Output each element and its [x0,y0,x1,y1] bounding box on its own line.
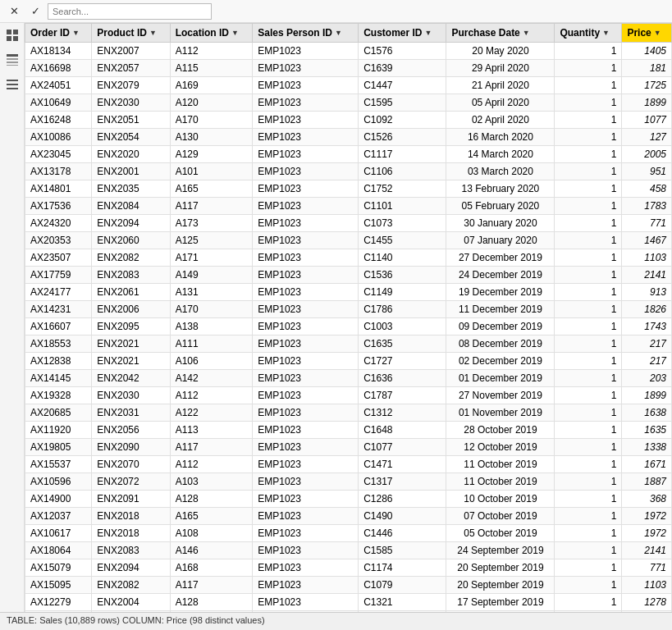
cell-quantity: 1 [555,353,622,370]
cell-price: 771 [622,215,672,232]
cell-price: 1725 [622,77,672,94]
cell-location_id: A117 [170,439,253,456]
cell-customer_id: C1079 [359,577,446,594]
cell-product_id: ENX2020 [92,146,170,163]
cell-location_id: A149 [170,267,253,284]
cell-location_id: A131 [170,284,253,301]
cell-price: 2141 [622,267,672,284]
cell-product_id: ENX2006 [92,301,170,318]
cell-purchase_date: 05 February 2020 [446,198,555,215]
svg-rect-4 [7,54,18,57]
cell-sales_person_id: EMP1023 [253,318,359,336]
cell-sales_person_id: EMP1023 [253,525,359,542]
cell-quantity: 1 [555,525,622,542]
sort-icon: ▼ [424,29,432,37]
cell-customer_id: C1471 [359,456,446,473]
cell-product_id: ENX2095 [92,318,170,336]
cell-location_id: A111 [170,336,253,353]
cell-sales_person_id: EMP1023 [253,267,359,284]
cell-quantity: 1 [555,94,622,112]
grid-icon[interactable] [3,26,21,44]
cell-quantity: 1 [555,422,622,439]
cell-order_id: AX10649 [25,94,92,112]
cell-location_id: A122 [170,404,253,422]
data-table-container[interactable]: Order ID▼Product ID▼Location ID▼Sales Pe… [25,23,672,612]
close-icon[interactable]: ✕ [5,2,23,21]
cell-product_id: ENX2094 [92,215,170,232]
cell-order_id: AX14231 [25,301,92,318]
col-header-order_id[interactable]: Order ID▼ [25,24,92,43]
cell-location_id: A112 [170,43,253,60]
cell-price: 1405 [622,43,672,60]
cell-order_id: AX16698 [25,60,92,77]
cell-quantity: 1 [555,232,622,249]
cell-sales_person_id: EMP1023 [253,146,359,163]
cell-product_id: ENX2084 [92,198,170,215]
col-header-location_id[interactable]: Location ID▼ [170,24,253,43]
col-header-purchase_date[interactable]: Purchase Date▼ [446,24,555,43]
table-row: AX12279ENX2004A128EMP1023C132117 Septemb… [25,594,672,611]
cell-quantity: 1 [555,577,622,594]
cell-order_id: AX12838 [25,353,92,370]
col-header-sales_person_id[interactable]: Sales Person ID▼ [253,24,359,43]
cell-location_id: A106 [170,353,253,370]
cell-customer_id: C1636 [359,370,446,387]
cell-quantity: 1 [555,112,622,129]
list-icon[interactable] [3,75,21,94]
cell-location_id: A120 [170,94,253,112]
table-row: AX14145ENX2042A142EMP1023C163601 Decembe… [25,370,672,387]
cell-product_id: ENX2090 [92,439,170,456]
cell-location_id: A103 [170,473,253,491]
cell-purchase_date: 11 October 2019 [446,473,555,491]
col-header-quantity[interactable]: Quantity▼ [555,24,622,43]
col-header-price[interactable]: Price▼ [622,24,672,43]
cell-sales_person_id: EMP1023 [253,422,359,439]
col-header-product_id[interactable]: Product ID▼ [92,24,170,43]
cell-purchase_date: 20 September 2019 [446,577,555,594]
cell-customer_id: C1536 [359,267,446,284]
cell-order_id: AX20685 [25,404,92,422]
table-row: AX13178ENX2001A101EMP1023C110603 March 2… [25,163,672,180]
svg-rect-3 [13,36,18,41]
cell-purchase_date: 13 February 2020 [446,180,555,198]
col-label: Order ID [30,27,70,39]
cell-order_id: AX14900 [25,491,92,508]
sort-icon: ▼ [335,29,342,37]
cell-location_id: A128 [170,491,253,508]
search-input[interactable] [48,3,212,20]
cell-quantity: 1 [555,60,622,77]
cell-customer_id: C1447 [359,77,446,94]
col-header-customer_id[interactable]: Customer ID▼ [359,24,446,43]
cell-order_id: AX10596 [25,473,92,491]
cell-quantity: 1 [555,404,622,422]
cell-sales_person_id: EMP1023 [253,232,359,249]
cell-price: 1338 [622,439,672,456]
cell-quantity: 1 [555,542,622,559]
confirm-icon[interactable]: ✓ [26,2,44,21]
cell-price: 1278 [622,594,672,611]
cell-price: 181 [622,60,672,77]
status-bar: TABLE: Sales (10,889 rows) COLUMN: Price… [0,612,672,630]
cell-order_id: AX10617 [25,525,92,542]
cell-purchase_date: 07 October 2019 [446,508,555,525]
table-icon[interactable] [3,51,21,69]
table-row: AX18553ENX2021A111EMP1023C163508 Decembe… [25,336,672,353]
cell-order_id: AX16607 [25,318,92,336]
sort-icon: ▼ [602,29,610,37]
table-row: AX10086ENX2054A130EMP1023C152616 March 2… [25,129,672,146]
svg-rect-5 [7,58,18,60]
cell-order_id: AX24177 [25,284,92,301]
cell-customer_id: C1526 [359,129,446,146]
cell-product_id: ENX2035 [92,180,170,198]
cell-purchase_date: 08 December 2019 [446,336,555,353]
cell-location_id: A146 [170,542,253,559]
cell-product_id: ENX2021 [92,336,170,353]
cell-quantity: 1 [555,439,622,456]
cell-product_id: ENX2094 [92,559,170,577]
cell-quantity: 1 [555,198,622,215]
svg-rect-8 [7,80,18,81]
cell-order_id: AX19805 [25,439,92,456]
cell-quantity: 1 [555,508,622,525]
table-row: AX20353ENX2060A125EMP1023C145507 January… [25,232,672,249]
cell-order_id: AX24320 [25,215,92,232]
